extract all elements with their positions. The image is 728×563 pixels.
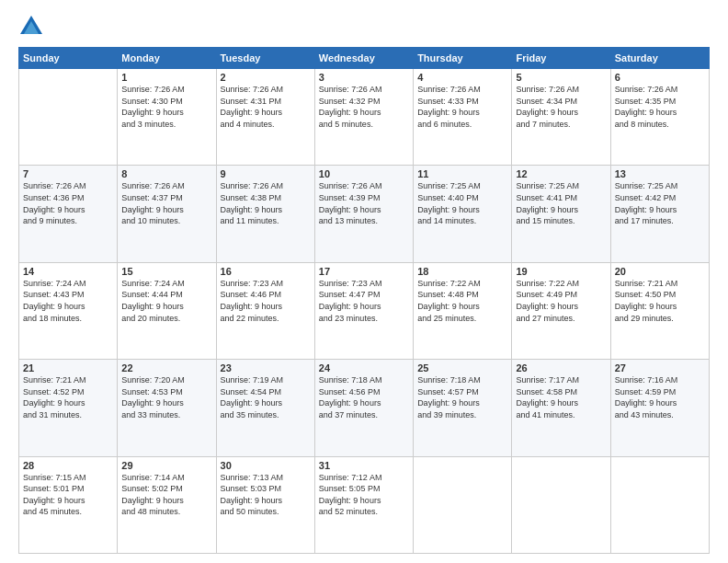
calendar-week-row: 28Sunrise: 7:15 AMSunset: 5:01 PMDayligh… <box>19 456 710 553</box>
day-number: 2 <box>221 72 311 83</box>
day-info: Sunrise: 7:26 AMSunset: 4:39 PMDaylight:… <box>319 180 409 226</box>
day-number: 12 <box>516 168 606 179</box>
day-info: Sunrise: 7:26 AMSunset: 4:31 PMDaylight:… <box>221 84 311 130</box>
day-number: 11 <box>417 168 507 179</box>
calendar-cell: 15Sunrise: 7:24 AMSunset: 4:44 PMDayligh… <box>118 262 216 359</box>
day-info: Sunrise: 7:26 AMSunset: 4:37 PMDaylight:… <box>121 180 211 226</box>
day-info: Sunrise: 7:25 AMSunset: 4:40 PMDaylight:… <box>417 180 507 226</box>
calendar-week-row: 1Sunrise: 7:26 AMSunset: 4:30 PMDaylight… <box>19 69 710 166</box>
calendar-cell: 28Sunrise: 7:15 AMSunset: 5:01 PMDayligh… <box>19 456 118 553</box>
weekday-header-sunday: Sunday <box>19 48 118 69</box>
weekday-header-wednesday: Wednesday <box>314 48 413 69</box>
day-number: 27 <box>615 362 705 373</box>
weekday-header-thursday: Thursday <box>414 48 512 69</box>
header <box>18 14 710 40</box>
day-number: 30 <box>221 460 311 471</box>
day-number: 14 <box>23 266 113 277</box>
calendar-cell: 27Sunrise: 7:16 AMSunset: 4:59 PMDayligh… <box>610 360 709 456</box>
logo <box>18 14 50 40</box>
calendar-cell <box>512 456 610 553</box>
day-info: Sunrise: 7:12 AMSunset: 5:05 PMDaylight:… <box>319 472 409 518</box>
day-info: Sunrise: 7:22 AMSunset: 4:48 PMDaylight:… <box>417 278 507 324</box>
calendar-week-row: 7Sunrise: 7:26 AMSunset: 4:36 PMDaylight… <box>19 166 710 262</box>
calendar-cell: 13Sunrise: 7:25 AMSunset: 4:42 PMDayligh… <box>610 166 709 262</box>
day-info: Sunrise: 7:23 AMSunset: 4:46 PMDaylight:… <box>221 278 311 324</box>
day-info: Sunrise: 7:21 AMSunset: 4:50 PMDaylight:… <box>615 278 705 324</box>
calendar-table: SundayMondayTuesdayWednesdayThursdayFrid… <box>18 47 710 554</box>
calendar-cell: 9Sunrise: 7:26 AMSunset: 4:38 PMDaylight… <box>216 166 314 262</box>
calendar-cell: 10Sunrise: 7:26 AMSunset: 4:39 PMDayligh… <box>314 166 413 262</box>
day-number: 20 <box>615 266 705 277</box>
calendar-cell <box>414 456 512 553</box>
day-info: Sunrise: 7:24 AMSunset: 4:43 PMDaylight:… <box>23 278 113 324</box>
calendar-cell: 24Sunrise: 7:18 AMSunset: 4:56 PMDayligh… <box>314 360 413 456</box>
day-number: 16 <box>221 266 311 277</box>
day-number: 3 <box>319 72 409 83</box>
weekday-header-monday: Monday <box>118 48 216 69</box>
day-info: Sunrise: 7:15 AMSunset: 5:01 PMDaylight:… <box>23 472 113 518</box>
day-info: Sunrise: 7:25 AMSunset: 4:42 PMDaylight:… <box>615 180 705 226</box>
page: SundayMondayTuesdayWednesdayThursdayFrid… <box>0 0 728 563</box>
day-number: 25 <box>417 362 507 373</box>
calendar-body: 1Sunrise: 7:26 AMSunset: 4:30 PMDaylight… <box>19 69 710 554</box>
calendar-cell: 25Sunrise: 7:18 AMSunset: 4:57 PMDayligh… <box>414 360 512 456</box>
calendar-cell: 21Sunrise: 7:21 AMSunset: 4:52 PMDayligh… <box>19 360 118 456</box>
calendar-cell: 18Sunrise: 7:22 AMSunset: 4:48 PMDayligh… <box>414 262 512 359</box>
weekday-header-saturday: Saturday <box>610 48 709 69</box>
day-info: Sunrise: 7:26 AMSunset: 4:38 PMDaylight:… <box>221 180 311 226</box>
day-number: 8 <box>121 168 211 179</box>
day-number: 26 <box>516 362 606 373</box>
day-number: 4 <box>417 72 507 83</box>
day-info: Sunrise: 7:18 AMSunset: 4:56 PMDaylight:… <box>319 374 409 420</box>
day-number: 10 <box>319 168 409 179</box>
day-info: Sunrise: 7:16 AMSunset: 4:59 PMDaylight:… <box>615 374 705 420</box>
calendar-cell: 22Sunrise: 7:20 AMSunset: 4:53 PMDayligh… <box>118 360 216 456</box>
calendar-cell: 1Sunrise: 7:26 AMSunset: 4:30 PMDaylight… <box>118 69 216 166</box>
day-info: Sunrise: 7:21 AMSunset: 4:52 PMDaylight:… <box>23 374 113 420</box>
calendar-cell: 14Sunrise: 7:24 AMSunset: 4:43 PMDayligh… <box>19 262 118 359</box>
calendar-cell: 29Sunrise: 7:14 AMSunset: 5:02 PMDayligh… <box>118 456 216 553</box>
day-number: 7 <box>23 168 113 179</box>
day-number: 1 <box>121 72 211 83</box>
calendar-cell: 2Sunrise: 7:26 AMSunset: 4:31 PMDaylight… <box>216 69 314 166</box>
day-info: Sunrise: 7:26 AMSunset: 4:33 PMDaylight:… <box>417 84 507 130</box>
day-number: 29 <box>121 460 211 471</box>
day-number: 15 <box>121 266 211 277</box>
calendar-cell: 23Sunrise: 7:19 AMSunset: 4:54 PMDayligh… <box>216 360 314 456</box>
calendar-cell: 31Sunrise: 7:12 AMSunset: 5:05 PMDayligh… <box>314 456 413 553</box>
day-number: 5 <box>516 72 606 83</box>
calendar-week-row: 14Sunrise: 7:24 AMSunset: 4:43 PMDayligh… <box>19 262 710 359</box>
day-info: Sunrise: 7:23 AMSunset: 4:47 PMDaylight:… <box>319 278 409 324</box>
calendar-cell: 16Sunrise: 7:23 AMSunset: 4:46 PMDayligh… <box>216 262 314 359</box>
day-info: Sunrise: 7:18 AMSunset: 4:57 PMDaylight:… <box>417 374 507 420</box>
day-info: Sunrise: 7:26 AMSunset: 4:36 PMDaylight:… <box>23 180 113 226</box>
day-number: 9 <box>221 168 311 179</box>
weekday-header-tuesday: Tuesday <box>216 48 314 69</box>
calendar-cell: 4Sunrise: 7:26 AMSunset: 4:33 PMDaylight… <box>414 69 512 166</box>
day-info: Sunrise: 7:14 AMSunset: 5:02 PMDaylight:… <box>121 472 211 518</box>
day-info: Sunrise: 7:17 AMSunset: 4:58 PMDaylight:… <box>516 374 606 420</box>
calendar-cell: 17Sunrise: 7:23 AMSunset: 4:47 PMDayligh… <box>314 262 413 359</box>
calendar-cell: 3Sunrise: 7:26 AMSunset: 4:32 PMDaylight… <box>314 69 413 166</box>
calendar-cell: 6Sunrise: 7:26 AMSunset: 4:35 PMDaylight… <box>610 69 709 166</box>
day-number: 31 <box>319 460 409 471</box>
calendar-cell: 5Sunrise: 7:26 AMSunset: 4:34 PMDaylight… <box>512 69 610 166</box>
calendar-cell: 11Sunrise: 7:25 AMSunset: 4:40 PMDayligh… <box>414 166 512 262</box>
day-number: 23 <box>221 362 311 373</box>
weekday-header-friday: Friday <box>512 48 610 69</box>
calendar-cell <box>610 456 709 553</box>
calendar-cell: 26Sunrise: 7:17 AMSunset: 4:58 PMDayligh… <box>512 360 610 456</box>
day-info: Sunrise: 7:22 AMSunset: 4:49 PMDaylight:… <box>516 278 606 324</box>
day-info: Sunrise: 7:24 AMSunset: 4:44 PMDaylight:… <box>121 278 211 324</box>
day-info: Sunrise: 7:25 AMSunset: 4:41 PMDaylight:… <box>516 180 606 226</box>
day-info: Sunrise: 7:20 AMSunset: 4:53 PMDaylight:… <box>121 374 211 420</box>
day-number: 24 <box>319 362 409 373</box>
calendar-cell: 20Sunrise: 7:21 AMSunset: 4:50 PMDayligh… <box>610 262 709 359</box>
day-number: 13 <box>615 168 705 179</box>
calendar-cell: 8Sunrise: 7:26 AMSunset: 4:37 PMDaylight… <box>118 166 216 262</box>
day-number: 28 <box>23 460 113 471</box>
calendar-cell <box>19 69 118 166</box>
day-number: 22 <box>121 362 211 373</box>
calendar-cell: 7Sunrise: 7:26 AMSunset: 4:36 PMDaylight… <box>19 166 118 262</box>
weekday-header-row: SundayMondayTuesdayWednesdayThursdayFrid… <box>19 48 710 69</box>
